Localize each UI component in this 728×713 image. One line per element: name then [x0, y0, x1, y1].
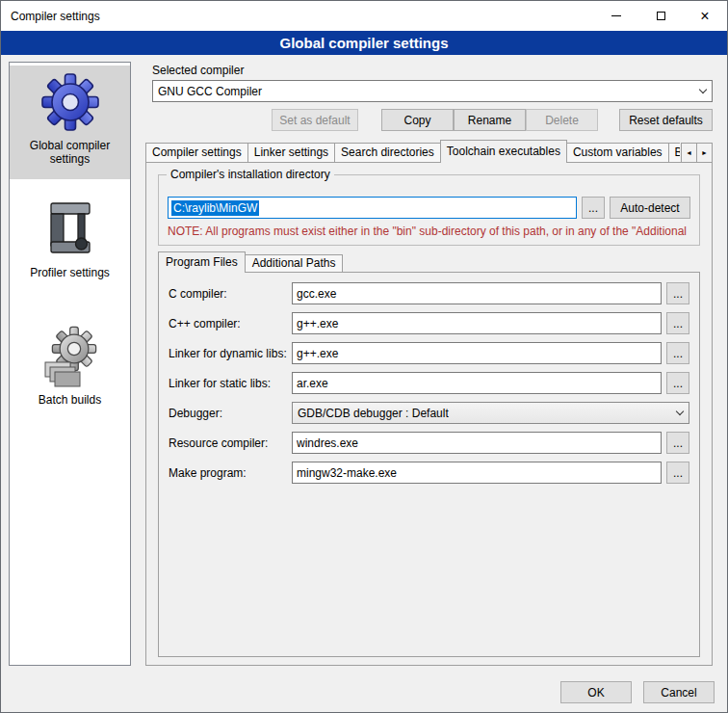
form-row-dynamic-linker: Linker for dynamic libs: ... — [169, 342, 689, 364]
settings-tabstrip: Compiler settings Linker settings Search… — [145, 140, 713, 163]
tab-toolchain-executables[interactable]: Toolchain executables — [440, 140, 567, 163]
rename-button[interactable]: Rename — [454, 109, 526, 131]
toolchain-form: C compiler: ... C++ compiler: ... Linker… — [159, 273, 699, 491]
delete-button: Delete — [526, 109, 598, 131]
bin-subdirectory-note: NOTE: All programs must exist either in … — [168, 224, 697, 238]
caption-buttons: × — [594, 1, 727, 31]
profiler-tool-icon — [39, 198, 101, 260]
debugger-label: Debugger: — [169, 407, 292, 420]
cpp-compiler-browse-button[interactable]: ... — [666, 312, 689, 334]
settings-sidebar: Global compiler settings Profiler settin… — [9, 62, 131, 666]
installation-directory-groupbox: Compiler's installation directory C:\ray… — [158, 174, 700, 246]
tab-linker-settings[interactable]: Linker settings — [247, 143, 335, 163]
dropdown-arrow-zone — [694, 81, 712, 101]
minimize-icon — [611, 15, 621, 16]
c-compiler-label: C compiler: — [169, 287, 292, 301]
dynamic-linker-input[interactable] — [292, 342, 662, 364]
subtab-additional-paths[interactable]: Additional Paths — [245, 254, 344, 273]
selected-compiler-dropdown[interactable]: GNU GCC Compiler — [152, 80, 713, 102]
resource-compiler-label: Resource compiler: — [169, 436, 292, 450]
minimize-button[interactable] — [594, 1, 638, 31]
c-compiler-browse-button[interactable]: ... — [666, 282, 689, 304]
tab-compiler-settings[interactable]: Compiler settings — [145, 143, 248, 163]
static-linker-browse-button[interactable]: ... — [666, 372, 689, 394]
close-button[interactable]: × — [683, 1, 727, 31]
compiler-action-row: Set as default Copy Rename Delete Reset … — [141, 109, 713, 131]
cpp-compiler-input[interactable] — [292, 312, 662, 334]
dialog-header: Global compiler settings — [1, 31, 727, 55]
sidebar-item-profiler-settings[interactable]: Profiler settings — [10, 193, 130, 306]
installation-directory-value: C:\raylib\MinGW — [171, 200, 259, 216]
form-row-debugger: Debugger: GDB/CDB debugger : Default — [169, 402, 689, 424]
set-as-default-button: Set as default — [272, 109, 358, 131]
static-linker-label: Linker for static libs: — [169, 377, 292, 390]
installation-directory-browse-button[interactable]: ... — [582, 197, 605, 219]
chevron-down-icon — [699, 86, 707, 93]
selected-compiler-value: GNU GCC Compiler — [158, 85, 694, 98]
tab-search-directories[interactable]: Search directories — [334, 143, 441, 163]
tab-build-options[interactable]: Build options — [668, 143, 680, 163]
chevron-down-icon — [676, 408, 684, 415]
sidebar-item-label: Batch builds — [12, 393, 128, 407]
make-program-label: Make program: — [169, 466, 292, 480]
resource-compiler-browse-button[interactable]: ... — [666, 432, 689, 454]
resource-compiler-input[interactable] — [292, 432, 662, 454]
maximize-button[interactable] — [638, 1, 683, 31]
c-compiler-input[interactable] — [292, 282, 662, 304]
maximize-icon — [657, 12, 665, 20]
sidebar-item-label: Profiler settings — [12, 266, 128, 279]
tabs-viewport: Compiler settings Linker settings Search… — [145, 140, 680, 163]
arrow-left-icon: ◄ — [686, 149, 692, 156]
debugger-dropdown[interactable]: GDB/CDB debugger : Default — [292, 402, 689, 424]
form-row-c-compiler: C compiler: ... — [169, 282, 689, 304]
dialog-footer: OK Cancel — [560, 681, 715, 703]
make-program-browse-button[interactable]: ... — [666, 462, 689, 484]
window-title: Compiler settings — [1, 10, 100, 23]
cpp-compiler-label: C++ compiler: — [169, 317, 292, 330]
tab-scroll-buttons: ◄ ► — [682, 143, 713, 163]
dynamic-linker-browse-button[interactable]: ... — [666, 342, 689, 364]
sidebar-item-batch-builds[interactable]: Batch builds — [10, 320, 130, 434]
program-files-subtabstrip: Program Files Additional Paths — [158, 251, 342, 273]
copy-button[interactable]: Copy — [381, 109, 454, 131]
debugger-value: GDB/CDB debugger : Default — [298, 407, 671, 420]
program-files-panel: C compiler: ... C++ compiler: ... Linker… — [158, 272, 700, 657]
gear-blue-icon — [39, 71, 101, 133]
installation-directory-group-title: Compiler's installation directory — [167, 168, 334, 181]
form-row-static-linker: Linker for static libs: ... — [169, 372, 689, 394]
form-row-resource-compiler: Resource compiler: ... — [169, 432, 689, 454]
tab-custom-variables[interactable]: Custom variables — [566, 143, 669, 163]
cancel-button[interactable]: Cancel — [643, 681, 715, 703]
auto-detect-button[interactable]: Auto-detect — [610, 197, 690, 219]
ok-button[interactable]: OK — [560, 681, 632, 703]
toolchain-executables-panel: Compiler's installation directory C:\ray… — [145, 162, 713, 666]
tab-scroll-right-button[interactable]: ► — [696, 143, 713, 163]
gear-gray-icon — [39, 326, 101, 387]
form-row-make-program: Make program: ... — [169, 462, 689, 484]
form-row-cpp-compiler: C++ compiler: ... — [169, 312, 689, 334]
close-icon: × — [700, 9, 709, 24]
sidebar-item-global-compiler-settings[interactable]: Global compiler settings — [10, 66, 130, 179]
tab-scroll-left-button[interactable]: ◄ — [681, 143, 697, 163]
title-bar: Compiler settings × — [1, 1, 727, 31]
compiler-settings-window: Compiler settings × Global compiler sett… — [0, 0, 728, 713]
selected-compiler-label: Selected compiler — [152, 64, 244, 77]
dynamic-linker-label: Linker for dynamic libs: — [169, 347, 292, 360]
dropdown-arrow-zone — [671, 403, 689, 423]
make-program-input[interactable] — [292, 462, 662, 484]
arrow-right-icon: ► — [701, 149, 708, 156]
sidebar-item-label: Global compiler settings — [12, 139, 128, 166]
main-panel: Selected compiler GNU GCC Compiler Set a… — [141, 55, 720, 673]
static-linker-input[interactable] — [292, 372, 662, 394]
installation-directory-row: C:\raylib\MinGW ... Auto-detect — [168, 197, 690, 219]
subtab-program-files[interactable]: Program Files — [158, 251, 246, 273]
reset-defaults-button[interactable]: Reset defaults — [619, 109, 713, 131]
installation-directory-input[interactable]: C:\raylib\MinGW — [168, 197, 577, 219]
